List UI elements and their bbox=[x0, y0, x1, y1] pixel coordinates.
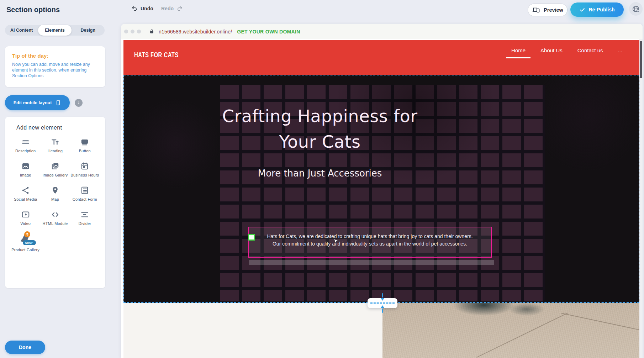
mouse-cursor bbox=[333, 238, 339, 245]
hero-description-line2: Our commitment to quality and individual… bbox=[252, 240, 487, 248]
site-logo: HATS FOR CATS bbox=[134, 51, 179, 59]
tab-design[interactable]: Design bbox=[72, 25, 105, 36]
browser-preview-window: n1566589.websitebuilder.online/ GET YOUR… bbox=[121, 24, 643, 358]
element-map[interactable]: Map bbox=[40, 186, 70, 201]
site-url: n1566589.websitebuilder.online/ bbox=[159, 29, 232, 35]
add-element-title: Add new element bbox=[16, 125, 105, 131]
nav-contact-us[interactable]: Contact us bbox=[577, 47, 603, 53]
code-icon bbox=[51, 210, 60, 219]
divider-icon bbox=[80, 210, 89, 219]
redo-button[interactable]: Redo bbox=[161, 5, 183, 12]
product-gallery-icon: SHOP bbox=[19, 234, 33, 246]
lock-icon bbox=[149, 28, 154, 35]
add-element-panel: Add new element Description Heading Butt… bbox=[5, 117, 105, 288]
site-header[interactable]: HATS FOR CATS Home About Us Contact us .… bbox=[123, 40, 639, 75]
calendar-icon bbox=[80, 162, 89, 171]
video-icon bbox=[21, 210, 30, 219]
tip-body: Now you can add, move and resize any ele… bbox=[12, 62, 98, 79]
share-icon bbox=[21, 186, 30, 195]
tab-ai-content[interactable]: AI Content bbox=[5, 25, 38, 36]
element-contact-form[interactable]: Contact Form bbox=[70, 186, 100, 201]
hero-section-selected[interactable]: Crafting Happiness for Your Cats More th… bbox=[123, 75, 639, 303]
arrow-up-icon bbox=[380, 305, 385, 313]
edit-mobile-layout-label: Edit mobile layout bbox=[14, 100, 52, 105]
upgrade-arrow-icon bbox=[24, 231, 30, 237]
check-icon bbox=[579, 7, 585, 13]
undo-icon bbox=[131, 5, 138, 12]
hero-heading-line1[interactable]: Crafting Happiness for bbox=[167, 106, 473, 126]
preview-button[interactable]: Preview bbox=[528, 4, 568, 16]
scrollbar-track bbox=[639, 39, 643, 358]
sidebar-divider bbox=[5, 331, 100, 331]
element-button[interactable]: Button bbox=[70, 137, 100, 153]
map-pin-icon bbox=[51, 186, 60, 195]
element-business-hours[interactable]: Business Hours bbox=[70, 162, 100, 177]
tip-of-the-day-card: Tip of the day: Now you can add, move an… bbox=[5, 46, 105, 87]
done-button[interactable]: Done bbox=[5, 341, 45, 354]
element-description[interactable]: Description bbox=[11, 137, 40, 153]
form-icon bbox=[80, 186, 89, 195]
resize-dash-icon bbox=[370, 302, 395, 304]
site-nav: Home About Us Contact us ... bbox=[511, 47, 622, 53]
page-title: Section options bbox=[6, 6, 60, 14]
globe-icon bbox=[632, 5, 640, 13]
element-video[interactable]: Video bbox=[11, 210, 40, 226]
nav-about-us[interactable]: About Us bbox=[540, 47, 563, 53]
undo-button[interactable]: Undo bbox=[131, 5, 153, 12]
sidebar-tabs: AI Content Elements Design bbox=[5, 25, 105, 36]
hero-subheading[interactable]: More than Just Accessories bbox=[167, 168, 473, 179]
sidebar: Section options AI Content Elements Desi… bbox=[0, 0, 110, 358]
hero-description-line1: Hats for Cats, we are dedicated to craft… bbox=[252, 233, 487, 240]
element-grid: Description Heading Button Image Image G… bbox=[5, 132, 105, 252]
image-icon bbox=[21, 162, 30, 171]
button-icon bbox=[80, 137, 89, 147]
window-dot-icon bbox=[124, 30, 128, 33]
redo-icon bbox=[176, 5, 183, 12]
hero-heading-line2[interactable]: Your Cats bbox=[167, 132, 473, 152]
element-social-media[interactable]: Social Media bbox=[11, 186, 40, 201]
site-viewport: HATS FOR CATS Home About Us Contact us .… bbox=[121, 39, 643, 358]
element-image-gallery[interactable]: Image Gallery bbox=[40, 162, 70, 177]
browser-chrome-bar: n1566589.websitebuilder.online/ GET YOUR… bbox=[121, 24, 643, 40]
window-dot-icon bbox=[131, 30, 134, 33]
pavement-seam-line bbox=[476, 313, 568, 358]
element-hover-strip bbox=[249, 260, 494, 265]
element-image[interactable]: Image bbox=[11, 162, 40, 177]
arrow-down-icon bbox=[380, 293, 385, 301]
language-globe-button[interactable] bbox=[629, 2, 643, 16]
devices-icon bbox=[532, 6, 540, 14]
element-drag-handle[interactable] bbox=[248, 234, 255, 241]
shop-badge: SHOP bbox=[23, 240, 36, 245]
site-canvas: HATS FOR CATS Home About Us Contact us .… bbox=[123, 40, 639, 358]
section-resize-handle[interactable] bbox=[368, 298, 397, 308]
window-dot-icon bbox=[137, 30, 141, 33]
app-stage: Section options AI Content Elements Desi… bbox=[0, 0, 644, 358]
info-icon[interactable] bbox=[75, 99, 83, 107]
pavement-seam-line bbox=[561, 313, 639, 331]
edit-mobile-layout-button[interactable]: Edit mobile layout bbox=[5, 95, 70, 110]
tip-title: Tip of the day: bbox=[12, 53, 105, 59]
element-html-module[interactable]: HTML Module bbox=[40, 210, 70, 226]
nav-home[interactable]: Home bbox=[511, 47, 526, 53]
element-divider[interactable]: Divider bbox=[70, 210, 100, 226]
get-domain-link[interactable]: GET YOUR OWN DOMAIN bbox=[237, 29, 300, 35]
tab-elements[interactable]: Elements bbox=[38, 25, 71, 36]
description-lines-icon bbox=[21, 137, 30, 147]
phone-icon bbox=[55, 99, 61, 106]
element-heading[interactable]: Heading bbox=[40, 137, 70, 153]
element-product-gallery[interactable]: SHOP Product Gallery bbox=[11, 234, 40, 252]
heading-icon bbox=[51, 137, 60, 147]
scrollbar-thumb[interactable] bbox=[640, 41, 642, 78]
nav-more[interactable]: ... bbox=[618, 47, 622, 53]
image-gallery-icon bbox=[51, 162, 60, 171]
republish-button[interactable]: Re-Publish bbox=[570, 2, 624, 17]
pavement-photo bbox=[382, 303, 639, 358]
hero-description-element[interactable]: Hats for Cats, we are dedicated to craft… bbox=[248, 227, 492, 258]
